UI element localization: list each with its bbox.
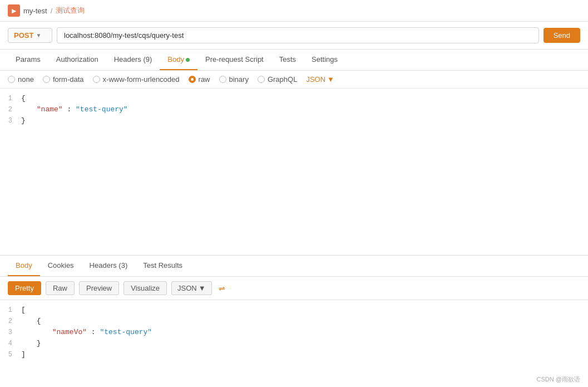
chevron-down-icon: ▼ — [327, 75, 334, 84]
view-visualize-button[interactable]: Visualize — [123, 281, 167, 295]
send-button[interactable]: Send — [543, 28, 580, 43]
url-input[interactable] — [57, 27, 539, 43]
method-dropdown[interactable]: POST ▼ — [8, 28, 52, 43]
breadcrumb-current: 测试查询 — [56, 6, 85, 16]
tab-pre-request[interactable]: Pre-request Script — [197, 50, 271, 70]
json-format-dropdown[interactable]: JSON ▼ — [306, 75, 334, 84]
option-urlencoded[interactable]: x-www-form-urlencoded — [93, 75, 180, 84]
radio-none — [8, 76, 15, 83]
response-tab-test-results[interactable]: Test Results — [135, 256, 190, 276]
chevron-down-icon: ▼ — [199, 284, 206, 292]
response-tabs-bar: Body Cookies Headers (3) Test Results — [0, 256, 588, 277]
view-raw-button[interactable]: Raw — [46, 281, 75, 295]
view-pretty-button[interactable]: Pretty — [8, 281, 41, 295]
body-options-bar: none form-data x-www-form-urlencoded raw… — [0, 71, 588, 89]
response-body-code: 1 [ 2 { 3 "nameVo" : "test-query" 4 — [0, 300, 588, 367]
tab-headers[interactable]: Headers (9) — [106, 50, 160, 70]
radio-binary — [219, 76, 226, 83]
option-raw[interactable]: raw — [189, 75, 210, 84]
tab-params[interactable]: Params — [8, 50, 48, 70]
radio-form-data — [43, 76, 50, 83]
option-none[interactable]: none — [8, 75, 34, 84]
req-line-2: 2 "name" : "test-query" — [0, 104, 588, 115]
breadcrumb-root: my-test — [23, 7, 47, 15]
response-tab-cookies[interactable]: Cookies — [40, 256, 82, 276]
resp-line-4: 4 } — [0, 338, 588, 349]
tab-settings[interactable]: Settings — [304, 50, 345, 70]
filter-icon[interactable]: ⇌ — [219, 284, 225, 293]
req-line-3: 3 } — [0, 115, 588, 126]
response-format-dropdown[interactable]: JSON ▼ — [171, 281, 212, 295]
breadcrumb-sep: / — [51, 7, 53, 15]
top-bar: ▶ my-test / 测试查询 — [0, 0, 588, 22]
radio-graphql — [258, 76, 265, 83]
option-graphql[interactable]: GraphQL — [258, 75, 297, 84]
request-tabs-bar: Params Authorization Headers (9) Body Pr… — [0, 50, 588, 71]
method-label: POST — [14, 31, 33, 40]
tab-authorization[interactable]: Authorization — [48, 50, 106, 70]
req-line-1: 1 { — [0, 93, 588, 104]
response-tab-headers[interactable]: Headers (3) — [82, 256, 136, 276]
tab-tests[interactable]: Tests — [271, 50, 304, 70]
request-body-editor[interactable]: 1 { 2 "name" : "test-query" 3 } — [0, 89, 588, 256]
url-bar: POST ▼ Send — [0, 22, 588, 50]
response-toolbar: Pretty Raw Preview Visualize JSON ▼ ⇌ — [0, 277, 588, 300]
resp-line-3: 3 "nameVo" : "test-query" — [0, 327, 588, 338]
tab-body[interactable]: Body — [160, 50, 197, 70]
body-active-dot — [186, 58, 190, 62]
radio-raw — [189, 76, 196, 83]
resp-line-5: 5 ] — [0, 349, 588, 360]
chevron-down-icon: ▼ — [36, 32, 41, 38]
app-logo: ▶ — [8, 4, 20, 17]
option-form-data[interactable]: form-data — [43, 75, 84, 84]
resp-line-1: 1 [ — [0, 305, 588, 316]
option-binary[interactable]: binary — [219, 75, 249, 84]
breadcrumb: my-test / 测试查询 — [23, 6, 85, 16]
response-tab-body[interactable]: Body — [8, 256, 40, 276]
view-preview-button[interactable]: Preview — [79, 281, 119, 295]
resp-line-2: 2 { — [0, 316, 588, 327]
response-section: Body Cookies Headers (3) Test Results Pr… — [0, 256, 588, 367]
radio-urlencoded — [93, 76, 100, 83]
